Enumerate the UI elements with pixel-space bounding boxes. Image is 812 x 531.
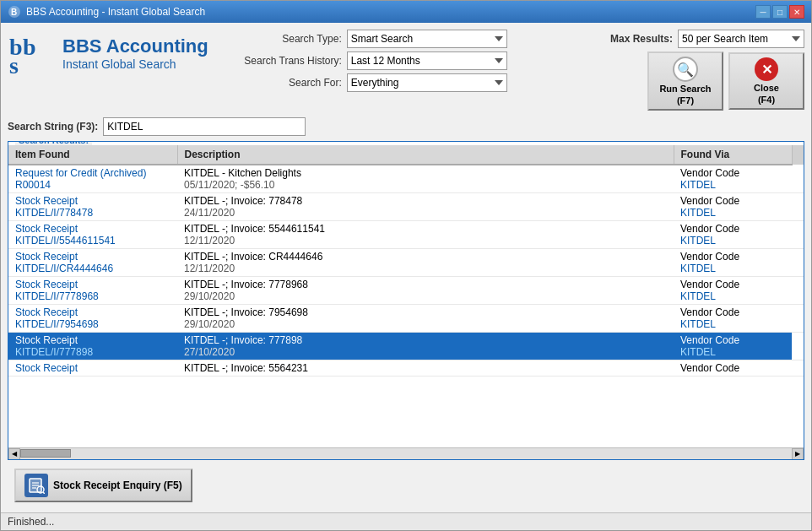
found-via-label: Vendor Code <box>680 251 785 263</box>
found-via-value: KITDEL <box>680 318 785 330</box>
run-search-label-line2: (F7) <box>677 95 694 106</box>
item-found-name[interactable]: Request for Credit (Archived) <box>15 167 171 179</box>
results-group: Search Results: Item Found Description F… <box>8 141 804 460</box>
results-tbody: Request for Credit (Archived)R00014KITDE… <box>8 165 804 377</box>
item-found-id[interactable]: R00014 <box>15 179 171 191</box>
item-found-id[interactable]: KITDEL/I/7954698 <box>15 318 171 330</box>
item-found-name[interactable]: Stock Receipt <box>15 279 171 290</box>
desc-line1: KITDEL - Kitchen Delights <box>184 167 667 179</box>
form-fields: Search Type: Smart Search Basic Search S… <box>232 30 604 92</box>
table-row[interactable]: Stock ReceiptKITDEL/I/778478KITDEL -; In… <box>8 193 804 221</box>
search-for-select[interactable]: Everything Customers Suppliers Products <box>347 73 507 92</box>
item-found-id[interactable]: KITDEL/I/777898 <box>15 346 171 358</box>
cell-found-via: Vendor Code <box>674 360 792 377</box>
horizontal-scrollbar[interactable]: ◀ ▶ <box>8 447 804 459</box>
table-row[interactable]: Stock ReceiptKITDEL/I/777898KITDEL -; In… <box>8 333 804 360</box>
found-via-label: Vendor Code <box>680 167 785 179</box>
cell-description: KITDEL -; Invoice: 795469829/10/2020 <box>177 305 674 333</box>
bottom-bar: Stock Receipt Enquiry (F5) <box>8 465 804 506</box>
logo-icon: b b s <box>8 30 54 76</box>
results-group-label: Search Results: <box>15 141 92 145</box>
item-found-name[interactable]: Stock Receipt <box>15 334 171 346</box>
cell-item-found: Request for Credit (Archived)R00014 <box>8 165 177 193</box>
run-search-label-line1: Run Search <box>659 84 711 94</box>
cell-item-found: Stock ReceiptKITDEL/I/CR4444646 <box>8 249 177 277</box>
max-results-label: Max Results: <box>610 33 673 45</box>
window-close-button[interactable]: ✕ <box>789 5 804 19</box>
found-via-label: Vendor Code <box>680 223 785 235</box>
max-results-select[interactable]: 50 per Search Item 100 per Search Item A… <box>678 30 804 48</box>
cell-description: KITDEL -; Invoice: 5564231 <box>177 360 674 377</box>
title-bar-text: BBS Accounting - Instant Global Search <box>26 6 205 18</box>
desc-line1: KITDEL -; Invoice: 7778968 <box>184 279 667 290</box>
table-row[interactable]: Stock ReceiptKITDEL/I/7954698KITDEL -; I… <box>8 305 804 333</box>
cell-item-found: Stock Receipt <box>8 360 177 377</box>
run-search-icon: 🔍 <box>673 57 698 82</box>
desc-line2: 12/11/2020 <box>184 263 667 274</box>
found-via-value: KITDEL <box>680 235 785 247</box>
scroll-header-spacer <box>792 145 804 165</box>
table-row[interactable]: Stock ReceiptKITDEL/I/7778968KITDEL -; I… <box>8 277 804 305</box>
item-found-name[interactable]: Stock Receipt <box>15 195 171 207</box>
item-found-id[interactable]: KITDEL/I/7778968 <box>15 290 171 302</box>
cell-description: KITDEL -; Invoice: 77789827/10/2020 <box>177 333 674 360</box>
desc-line1: KITDEL -; Invoice: 777898 <box>184 334 667 346</box>
status-text: Finished... <box>8 516 54 528</box>
close-label-line1: Close <box>754 83 779 93</box>
minimize-button[interactable]: ─ <box>755 5 771 19</box>
found-via-value: KITDEL <box>680 179 785 191</box>
table-row[interactable]: Request for Credit (Archived)R00014KITDE… <box>8 165 804 193</box>
close-button[interactable]: ✕ Close (F4) <box>728 52 804 110</box>
right-top-row: Max Results: 50 per Search Item 100 per … <box>610 30 804 48</box>
close-label-line2: (F4) <box>758 95 775 105</box>
item-found-id[interactable]: KITDEL/I/5544611541 <box>15 235 171 247</box>
cell-description: KITDEL -; Invoice: 777896829/10/2020 <box>177 277 674 305</box>
item-found-name: Stock Receipt <box>15 362 171 374</box>
search-string-input[interactable] <box>103 117 306 136</box>
desc-line1: KITDEL -; Invoice: CR4444646 <box>184 251 667 263</box>
found-via-label: Vendor Code <box>680 362 785 374</box>
desc-line2: 29/10/2020 <box>184 318 667 330</box>
cell-description: KITDEL - Kitchen Delights05/11/2020; -$5… <box>177 165 674 193</box>
scroll-left-arrow[interactable]: ◀ <box>8 448 20 460</box>
cell-found-via: Vendor CodeKITDEL <box>674 333 792 360</box>
desc-line1: KITDEL -; Invoice: 7954698 <box>184 306 667 318</box>
item-found-name[interactable]: Stock Receipt <box>15 251 171 263</box>
results-table: Item Found Description Found Via Request… <box>8 145 804 377</box>
h-scroll-track[interactable] <box>20 448 792 459</box>
cell-description: KITDEL -; Invoice: CR444464612/11/2020 <box>177 249 674 277</box>
item-found-name[interactable]: Stock Receipt <box>15 223 171 235</box>
search-type-select[interactable]: Smart Search Basic Search <box>347 30 507 48</box>
col-found-via: Found Via <box>674 145 792 165</box>
search-trans-label: Search Trans History: <box>232 55 342 67</box>
table-header-row: Item Found Description Found Via <box>8 145 804 165</box>
search-type-label: Search Type: <box>232 33 342 45</box>
search-string-row: Search String (F3): <box>8 117 804 136</box>
desc-line2: 05/11/2020; -$56.10 <box>184 179 667 191</box>
item-found-id[interactable]: KITDEL/I/778478 <box>15 207 171 219</box>
cell-found-via: Vendor CodeKITDEL <box>674 165 792 193</box>
item-found-name[interactable]: Stock Receipt <box>15 306 171 318</box>
h-scroll-thumb[interactable] <box>20 449 71 458</box>
title-bar-controls: ─ □ ✕ <box>755 5 804 19</box>
logo-area: b b s BBS Accounting Instant Global Sear… <box>8 30 208 76</box>
cell-item-found: Stock ReceiptKITDEL/I/5544611541 <box>8 221 177 249</box>
item-found-id[interactable]: KITDEL/I/CR4444646 <box>15 263 171 274</box>
table-row[interactable]: Stock ReceiptKITDEL/I/CR4444646KITDEL -;… <box>8 249 804 277</box>
maximize-button[interactable]: □ <box>772 5 788 19</box>
run-search-button[interactable]: 🔍 Run Search (F7) <box>647 51 723 111</box>
desc-line1: KITDEL -; Invoice: 5564231 <box>184 362 667 374</box>
cell-description: KITDEL -; Invoice: 554461154112/11/2020 <box>177 221 674 249</box>
app-name: BBS Accounting <box>62 35 208 57</box>
scroll-right-arrow[interactable]: ▶ <box>792 448 804 460</box>
search-trans-select[interactable]: Last 12 Months Last 6 Months All <box>347 51 507 70</box>
desc-line2: 29/10/2020 <box>184 290 667 302</box>
search-string-label: Search String (F3): <box>8 121 98 133</box>
svg-text:b: b <box>23 34 36 60</box>
enquiry-button[interactable]: Stock Receipt Enquiry (F5) <box>14 469 192 502</box>
app-icon: B <box>8 5 21 19</box>
results-content: Item Found Description Found Via Request… <box>8 145 804 459</box>
status-bar: Finished... <box>1 512 811 530</box>
table-row[interactable]: Stock ReceiptKITDEL/I/5544611541KITDEL -… <box>8 221 804 249</box>
table-row[interactable]: Stock ReceiptKITDEL -; Invoice: 5564231V… <box>8 360 804 377</box>
